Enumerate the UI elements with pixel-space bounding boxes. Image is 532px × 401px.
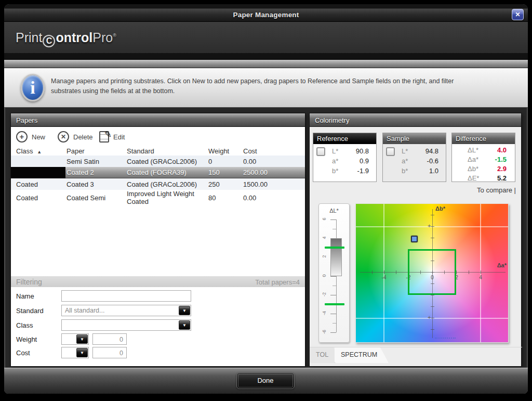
cell-standard: Coated (FOGRA39) xyxy=(127,169,208,176)
paper-management-dialog: Paper Management ✕ PrintControlPro® i Ma… xyxy=(4,4,528,394)
logo-text-ontrol: ontrol xyxy=(56,30,92,45)
chevron-down-icon: ▼ xyxy=(182,308,187,313)
tolerance-rectangle xyxy=(408,249,456,295)
slider-tick xyxy=(330,332,336,333)
lab-color-chart[interactable]: Δb* Δa* -4 -2 0 2 4 + + xyxy=(355,203,509,343)
delta-L-slider: ΔL* 6 4 2 0 -2 -4 -6 xyxy=(318,203,350,343)
info-banner-text: Manage papers and printing substrates. C… xyxy=(51,76,482,97)
reference-title: Reference xyxy=(313,133,376,144)
filter-weight-value: 0 xyxy=(119,336,123,343)
smp-b-label: b* xyxy=(402,167,416,175)
dif-db-value: 2.9 xyxy=(497,165,507,173)
new-plus-icon: + xyxy=(16,131,28,143)
tab-spectrum[interactable]: SPECTRUM xyxy=(335,347,389,363)
column-header-cost[interactable]: Cost xyxy=(243,147,295,155)
sample-title: Sample xyxy=(383,133,446,144)
ref-L-value: 90.8 xyxy=(356,147,369,155)
axis-plus-marker: + xyxy=(428,223,431,229)
colorimetry-panel-body: Reference L*90.8 a*0.9 b*-1.9 Sample L*9… xyxy=(310,127,521,366)
smp-a-value: -0.6 xyxy=(427,157,438,165)
edit-pencil-icon: ✎ xyxy=(104,129,112,140)
app-logo: PrintControlPro® xyxy=(16,30,116,47)
filter-cost-operator-select[interactable]: ▼ xyxy=(61,347,89,358)
dif-dL-value: 4.0 xyxy=(497,146,507,154)
table-row-coated-2-selected[interactable]: Coated 2 Coated (FOGRA39) 150 2500.00 xyxy=(11,167,305,178)
window-title: Paper Management xyxy=(4,11,528,19)
sample-point-marker xyxy=(411,236,418,242)
brand-band: PrintControlPro® xyxy=(4,22,528,53)
papers-panel-body: + New ✕ Delete ✎ Edit Class ▲ Paper Stan… xyxy=(11,127,305,366)
divider-silver xyxy=(4,59,528,68)
cell-paper: Semi Satin xyxy=(66,158,127,165)
filter-cost-input[interactable]: 0 xyxy=(92,347,127,358)
smp-L-label: L* xyxy=(402,147,416,155)
new-button[interactable]: + New xyxy=(16,129,45,145)
filter-name-label: Name xyxy=(16,292,34,300)
dif-dE-value: 5.2 xyxy=(497,174,507,182)
done-button[interactable]: Done xyxy=(236,372,295,389)
edit-button-label: Edit xyxy=(113,133,125,141)
delta-L-value-bar[interactable] xyxy=(330,238,342,276)
slider-tick xyxy=(330,219,336,220)
slider-tick-label: 6 xyxy=(322,215,327,223)
slider-tick-label: -2 xyxy=(322,290,327,299)
close-icon: ✕ xyxy=(515,11,520,18)
x-tick-label: 4 xyxy=(475,275,486,280)
class-dropdown-button[interactable]: ▼ xyxy=(179,320,190,330)
edit-button[interactable]: ✎ Edit xyxy=(99,129,125,145)
filter-standard-label: Standard xyxy=(16,307,44,315)
cell-cost: 2500.00 xyxy=(243,169,295,176)
slider-tick-label: 4 xyxy=(322,234,327,242)
chevron-down-icon: ▼ xyxy=(80,337,84,342)
table-row-coated-3[interactable]: Coated Coated 3 Coated (GRACoL2006) 250 … xyxy=(11,178,305,190)
filter-standard-value: All standard... xyxy=(65,307,104,314)
x-tick-label: -4 xyxy=(379,275,389,280)
standard-dropdown-button[interactable]: ▼ xyxy=(179,306,190,315)
ref-b-label: b* xyxy=(332,167,347,175)
filter-class-select[interactable]: ▼ xyxy=(61,319,191,331)
filter-name-input[interactable] xyxy=(61,290,191,302)
ref-b-value: -1.9 xyxy=(357,167,369,175)
papers-panel-title: Papers xyxy=(11,113,305,127)
filter-weight-input[interactable]: 0 xyxy=(92,333,127,345)
slider-tick xyxy=(330,314,336,314)
filter-standard-select[interactable]: All standard... ▼ xyxy=(61,305,191,316)
logo-text-print: Print xyxy=(16,30,42,45)
table-row-semi-satin[interactable]: Semi Satin Coated (GRACoL2006) 0 0.00 xyxy=(11,156,305,167)
delta-L-slider-title: ΔL* xyxy=(319,208,349,214)
new-button-label: New xyxy=(32,133,45,141)
ref-a-value: 0.9 xyxy=(360,157,369,165)
column-header-class[interactable]: Class ▲ xyxy=(16,147,66,155)
cell-weight: 150 xyxy=(208,169,243,176)
chart-tabstrip: TOL SPECTRUM xyxy=(310,347,522,366)
slider-tick-label: 0 xyxy=(322,271,327,280)
dif-da-value: -1.5 xyxy=(495,156,507,163)
cell-weight: 0 xyxy=(208,158,243,165)
delete-button[interactable]: ✕ Delete xyxy=(58,129,93,145)
sort-ascending-icon: ▲ xyxy=(37,149,42,154)
cost-dropdown-button[interactable]: ▼ xyxy=(76,348,88,357)
ref-a-label: a* xyxy=(332,157,347,165)
cell-cost: 1500.00 xyxy=(243,180,295,188)
column-header-standard[interactable]: Standard xyxy=(127,147,208,155)
colorimetry-panel-title: Colorimetry xyxy=(310,113,521,127)
cell-class: Coated xyxy=(16,194,66,202)
gamut-dotted-line xyxy=(435,338,456,339)
ref-L-label: L* xyxy=(332,147,347,155)
weight-dropdown-button[interactable]: ▼ xyxy=(76,334,88,344)
column-header-paper[interactable]: Paper xyxy=(66,147,127,155)
chevron-down-icon: ▼ xyxy=(182,323,187,328)
filter-weight-operator-select[interactable]: ▼ xyxy=(61,333,89,345)
tolerance-line-upper xyxy=(325,247,344,249)
table-row-coated-semi[interactable]: Coated Coated Semi Improved Light Weight… xyxy=(11,190,305,201)
close-button[interactable]: ✕ xyxy=(512,9,524,20)
filter-weight-label: Weight xyxy=(16,335,37,343)
filtering-header: Filtering Total papers=4 xyxy=(11,276,305,287)
dif-db-label: Δb* xyxy=(468,165,488,173)
slider-tick-label: -4 xyxy=(322,309,327,317)
slider-tick-label: 2 xyxy=(322,252,327,261)
title-bar: Paper Management ✕ xyxy=(4,4,528,22)
column-header-weight[interactable]: Weight xyxy=(208,147,243,155)
to-compare-hint: To compare | xyxy=(477,186,516,194)
class-color-swatch xyxy=(11,167,65,178)
